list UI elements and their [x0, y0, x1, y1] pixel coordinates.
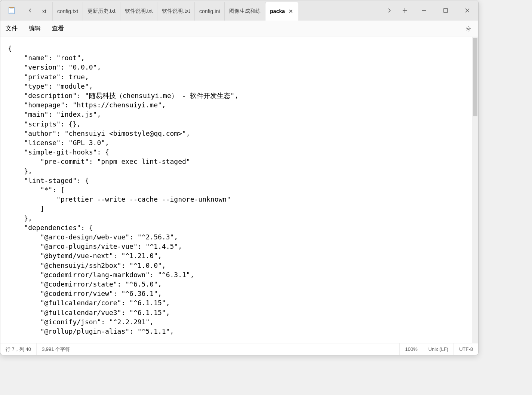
status-zoom[interactable]: 100%: [399, 343, 423, 355]
svg-point-1: [468, 28, 469, 29]
tab-label: 更新历史.txt: [87, 8, 116, 15]
tab-item[interactable]: 图像生成和练: [225, 2, 265, 21]
tab-label: config.txt: [57, 8, 78, 14]
tab-label: 图像生成和练: [229, 8, 261, 15]
chevron-left-icon: [27, 7, 33, 13]
minimize-icon: [421, 7, 427, 13]
text-editor[interactable]: { "name": "root", "version": "0.0.0", "p…: [0, 37, 472, 343]
tab-label: 软件说明.txt: [125, 8, 153, 15]
tab-item[interactable]: 软件说明.txt: [120, 2, 158, 21]
scrollbar-vertical[interactable]: [472, 37, 478, 343]
tab-strip: xt config.txt 更新历史.txt 软件说明.txt 软件说明.txt…: [38, 0, 382, 21]
close-icon: [464, 7, 470, 13]
scrollbar-thumb[interactable]: [473, 38, 477, 116]
tab-item[interactable]: xt: [38, 2, 53, 21]
gear-icon: [465, 26, 471, 32]
status-chars[interactable]: 3,991 个字符: [37, 343, 75, 355]
chevron-right-icon: [386, 7, 392, 13]
status-eol[interactable]: Unix (LF): [423, 343, 454, 355]
new-tab-button[interactable]: [397, 0, 413, 21]
menu-view[interactable]: 查看: [52, 25, 64, 33]
maximize-icon: [443, 7, 449, 13]
plus-icon: [402, 7, 408, 13]
app-icon: [0, 0, 23, 21]
titlebar: xt config.txt 更新历史.txt 软件说明.txt 软件说明.txt…: [0, 0, 478, 21]
status-position[interactable]: 行 7，列 40: [0, 343, 37, 355]
tab-label: packa: [270, 8, 285, 14]
statusbar: 行 7，列 40 3,991 个字符 100% Unix (LF) UTF-8: [0, 343, 478, 355]
tab-label: xt: [42, 8, 46, 14]
close-icon[interactable]: ✕: [288, 8, 294, 14]
minimize-button[interactable]: [413, 0, 435, 21]
window-controls: [413, 0, 478, 21]
tab-item[interactable]: config.ini: [195, 2, 225, 21]
tab-item[interactable]: 软件说明.txt: [157, 2, 195, 21]
app-window: xt config.txt 更新历史.txt 软件说明.txt 软件说明.txt…: [0, 0, 479, 355]
menu-file[interactable]: 文件: [6, 25, 18, 33]
tab-label: 软件说明.txt: [162, 8, 190, 15]
editor-area: { "name": "root", "version": "0.0.0", "p…: [0, 37, 478, 343]
tab-label: config.ini: [199, 8, 220, 14]
close-button[interactable]: [456, 0, 478, 21]
tab-item[interactable]: config.txt: [53, 2, 83, 21]
menubar: 文件 编辑 查看: [0, 21, 478, 37]
settings-button[interactable]: [464, 26, 473, 32]
tab-item-active[interactable]: packa ✕: [265, 2, 298, 21]
tab-scroll-left[interactable]: [23, 0, 38, 21]
svg-rect-0: [444, 9, 448, 12]
tab-item[interactable]: 更新历史.txt: [83, 2, 120, 21]
maximize-button[interactable]: [435, 0, 456, 21]
tab-scroll-right[interactable]: [382, 0, 397, 21]
menu-edit[interactable]: 编辑: [29, 25, 41, 33]
status-encoding[interactable]: UTF-8: [454, 343, 478, 355]
